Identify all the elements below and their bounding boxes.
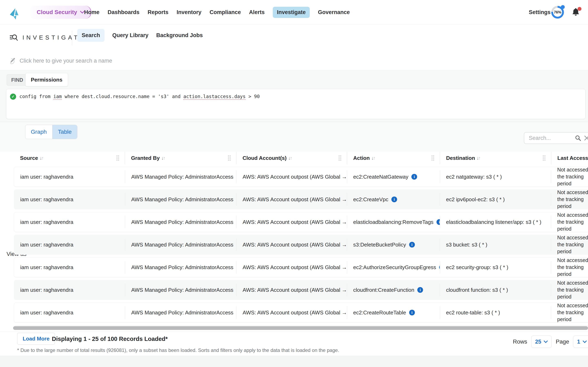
- results-search-input[interactable]: [529, 135, 575, 141]
- drag-handle-icon[interactable]: [431, 155, 434, 161]
- records-summary: Displaying 1 - 25 of 100 Records Loaded*: [52, 336, 168, 342]
- view-toggle-table[interactable]: Table: [52, 125, 77, 139]
- drag-handle-icon[interactable]: [543, 155, 546, 161]
- page-label: Page: [556, 338, 569, 345]
- cell-granted-by: AWS Managed Policy: AdministratorAccess: [131, 219, 233, 225]
- sort-icon[interactable]: ↓↑: [371, 156, 375, 160]
- nav-item-home[interactable]: Home: [84, 7, 99, 18]
- table-row[interactable]: iam user: raghavendra AWS Managed Policy…: [14, 257, 588, 277]
- cell-source: iam user: raghavendra: [20, 242, 73, 248]
- investigate-tabs: Search Query Library Background Jobs: [77, 29, 203, 42]
- info-icon[interactable]: i: [409, 310, 415, 315]
- search-icon[interactable]: [575, 135, 581, 141]
- cell-cloud-accounts: AWS: AWS Account outpost (AWS Global → A…: [242, 219, 347, 225]
- cell-destination: ec2 route-table: s3 ( * ): [446, 309, 500, 316]
- cell-granted-by: AWS Managed Policy: AdministratorAccess: [131, 242, 233, 248]
- table-row[interactable]: iam user: raghavendra AWS Managed Policy…: [14, 235, 588, 255]
- nav-item-governance[interactable]: Governance: [318, 7, 350, 18]
- info-icon[interactable]: i: [409, 242, 415, 248]
- cell-last-access: Not accessed in the tracking period: [557, 167, 588, 187]
- investigate-search-icon: [9, 33, 18, 42]
- nav-item-inventory[interactable]: Inventory: [177, 7, 201, 18]
- cell-cloud-accounts: AWS: AWS Account outpost (AWS Global → A…: [242, 287, 347, 293]
- divider: [72, 31, 72, 45]
- tab-search[interactable]: Search: [77, 29, 104, 42]
- column-header-source[interactable]: Source ↓↑: [14, 152, 125, 164]
- close-icon[interactable]: [584, 135, 588, 141]
- sort-icon[interactable]: ↓↑: [288, 156, 292, 160]
- cell-destination: elasticloadbalancing listener/app: s3 ( …: [446, 219, 541, 225]
- table-row[interactable]: iam user: raghavendra AWS Managed Policy…: [14, 280, 588, 300]
- drag-handle-icon[interactable]: [338, 155, 342, 161]
- sort-icon[interactable]: ↓↑: [477, 156, 481, 160]
- info-icon[interactable]: i: [437, 219, 440, 225]
- search-name-row: [0, 51, 588, 70]
- investigate-title: INVESTIGATE: [22, 34, 86, 41]
- primary-nav: HomeDashboardsReportsInventoryCompliance…: [84, 0, 350, 25]
- cell-source: iam user: raghavendra: [20, 219, 73, 225]
- query-text[interactable]: config from iam where dest.cloud.resourc…: [19, 94, 260, 99]
- query-valid-check-icon: ✓: [10, 94, 16, 100]
- nav-item-compliance[interactable]: Compliance: [210, 7, 241, 18]
- cell-cloud-accounts: AWS: AWS Account outpost (AWS Global → A…: [242, 196, 347, 203]
- tab-background-jobs[interactable]: Background Jobs: [156, 29, 203, 42]
- cell-destination: ec2 natgateway: s3 ( * ): [446, 174, 502, 180]
- info-icon[interactable]: i: [411, 174, 417, 180]
- tab-query-library[interactable]: Query Library: [112, 29, 148, 42]
- scrollbar-thumb[interactable]: [13, 326, 588, 330]
- cell-source: iam user: raghavendra: [20, 264, 73, 271]
- tab-find[interactable]: FIND: [7, 74, 28, 86]
- table-row[interactable]: iam user: raghavendra AWS Managed Policy…: [14, 167, 588, 187]
- cell-action: ec2:AuthorizeSecurityGroupEgress: [353, 264, 436, 271]
- info-icon[interactable]: i: [417, 287, 423, 293]
- nav-item-investigate[interactable]: Investigate: [273, 7, 310, 18]
- cell-destination: cloudfront function: s3 ( * ): [446, 287, 508, 293]
- chevron-down-icon: [80, 11, 85, 14]
- pagination: Rows 25 Page 1 of 4: [513, 335, 588, 348]
- column-header-granted-by[interactable]: Granted By ↓↑: [125, 152, 236, 164]
- nav-item-alerts[interactable]: Alerts: [249, 7, 265, 18]
- query-editor[interactable]: ✓ config from iam where dest.cloud.resou…: [6, 89, 586, 119]
- cell-cloud-accounts: AWS: AWS Account outpost (AWS Global → A…: [242, 242, 347, 248]
- cell-action: ec2:CreateVpc: [353, 196, 388, 203]
- info-icon[interactable]: i: [391, 197, 397, 202]
- search-name-input[interactable]: [20, 58, 305, 64]
- table-row[interactable]: iam user: raghavendra AWS Managed Policy…: [14, 212, 588, 232]
- sort-icon[interactable]: ↓↑: [161, 156, 165, 160]
- notification-badge-dot: [578, 7, 581, 11]
- table-row[interactable]: iam user: raghavendra AWS Managed Policy…: [14, 303, 588, 323]
- load-more-button[interactable]: Load More: [17, 333, 55, 345]
- cell-action: elasticloadbalancing:RemoveTags: [353, 219, 433, 225]
- drag-handle-icon[interactable]: [228, 155, 231, 161]
- cell-destination: ec2 security-group: s3 ( * ): [446, 264, 508, 271]
- product-switcher[interactable]: Cloud Security: [31, 6, 91, 19]
- table-header-row: Source ↓↑ Granted By ↓↑ Cloud Account(s)…: [14, 152, 588, 164]
- cell-source: iam user: raghavendra: [20, 309, 73, 316]
- tab-permissions[interactable]: Permissions: [25, 73, 68, 86]
- rows-per-page-dropdown[interactable]: 25: [531, 336, 552, 348]
- cell-last-access: Not accessed in the tracking period: [557, 258, 588, 277]
- settings-button[interactable]: Settings: [529, 0, 551, 25]
- product-switcher-label: Cloud Security: [37, 9, 77, 16]
- cell-granted-by: AWS Managed Policy: AdministratorAccess: [131, 196, 233, 203]
- notifications-button[interactable]: [571, 7, 581, 17]
- usage-progress-ring[interactable]: 76%: [551, 6, 564, 18]
- results-footnote: * Due to the large number of total resul…: [17, 347, 339, 353]
- nav-item-dashboards[interactable]: Dashboards: [108, 7, 139, 18]
- cell-cloud-accounts: AWS: AWS Account outpost (AWS Global → A…: [242, 174, 347, 180]
- table-row[interactable]: iam user: raghavendra AWS Managed Policy…: [14, 189, 588, 209]
- sort-icon[interactable]: ↓↑: [40, 156, 44, 160]
- view-toggle-graph[interactable]: Graph: [25, 125, 52, 139]
- drag-handle-icon[interactable]: [116, 155, 120, 161]
- investigate-bar: INVESTIGATE Search Query Library Backgro…: [0, 25, 588, 51]
- page-dropdown[interactable]: 1: [573, 336, 588, 348]
- bottom-strip: [0, 356, 588, 367]
- table-body: iam user: raghavendra AWS Managed Policy…: [14, 164, 588, 327]
- column-header-action[interactable]: Action ↓↑: [347, 152, 440, 164]
- nav-item-reports[interactable]: Reports: [148, 7, 168, 18]
- column-header-destination[interactable]: Destination ↓↑: [440, 152, 551, 164]
- column-header-cloud-account-s-[interactable]: Cloud Account(s) ↓↑: [236, 152, 347, 164]
- column-header-last-access[interactable]: Last Access ↓↑: [551, 152, 588, 164]
- prisma-cloud-logo-icon[interactable]: [7, 5, 20, 20]
- rows-label: Rows: [513, 338, 527, 345]
